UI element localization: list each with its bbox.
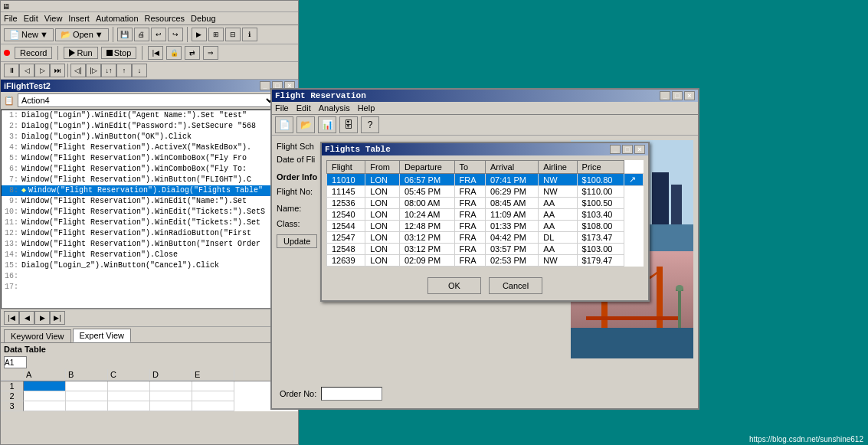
- sub-btn3[interactable]: ▷: [34, 64, 50, 77]
- fr-menu-edit[interactable]: Edit: [296, 103, 311, 113]
- nav-arrow2[interactable]: ⇒: [203, 46, 218, 60]
- ft-close-btn[interactable]: ×: [634, 145, 645, 154]
- nav-lock[interactable]: 🔒: [166, 46, 182, 60]
- dt-cell-d3[interactable]: [150, 401, 192, 411]
- grid-btn[interactable]: ⊞: [208, 28, 224, 41]
- menu-insert[interactable]: Insert: [68, 14, 90, 23]
- dt-cell-b1[interactable]: [66, 381, 108, 391]
- ft-cell-to-7: FRA: [454, 255, 485, 267]
- ft-cancel-btn[interactable]: Cancel: [489, 277, 542, 294]
- run-button[interactable]: Run: [64, 47, 97, 59]
- ft-row-5[interactable]: 12547LON03:12 PMFRA04:42 PMDL$173.47: [327, 232, 644, 244]
- fr-menu-file[interactable]: File: [275, 103, 289, 113]
- sub-btn2[interactable]: ◁: [19, 64, 34, 77]
- dt-cell-d1[interactable]: [150, 381, 192, 391]
- dt-cell-b2[interactable]: [66, 391, 108, 401]
- nav-prev2[interactable]: ◀: [19, 311, 34, 325]
- menu-automation[interactable]: Automation: [96, 14, 139, 23]
- redo-button[interactable]: ↪: [168, 28, 183, 41]
- record-button[interactable]: Record: [15, 47, 52, 59]
- menu-debug[interactable]: Debug: [191, 14, 215, 23]
- fr-order-no-input[interactable]: [321, 387, 382, 401]
- ft-cell-price-0: $100.80: [577, 174, 624, 186]
- dt-cell-a2[interactable]: [24, 391, 66, 401]
- print-button[interactable]: 🖨: [134, 28, 149, 41]
- cell-ref-input[interactable]: [4, 356, 27, 368]
- stop-button[interactable]: Stop: [101, 47, 137, 59]
- ft-cell-from-0: LON: [365, 174, 400, 186]
- ft-cell-to-4: FRA: [454, 221, 485, 232]
- script-line-10: 10: Window("Flight Reservation").WinEdit…: [2, 207, 297, 218]
- dt-cell-e1[interactable]: [192, 381, 234, 391]
- ft-row-2[interactable]: 12536LON08:00 AMFRA08:45 AMAA$100.50: [327, 198, 644, 209]
- fr-menu-help[interactable]: Help: [358, 103, 375, 113]
- sub-btn7[interactable]: ↓↑: [101, 64, 116, 77]
- dt-cell-e2[interactable]: [192, 391, 234, 401]
- toolbar-sep4: [142, 46, 142, 60]
- ft-row-7[interactable]: 12639LON02:09 PMFRA02:53 PMNW$179.47: [327, 255, 644, 267]
- ide-window: 🖥 File Edit View Insert Automation Resou…: [0, 0, 299, 445]
- dt-cell-c3[interactable]: [108, 401, 150, 411]
- dt-cell-a1[interactable]: [24, 381, 66, 391]
- fr-new-btn[interactable]: 📄: [275, 116, 293, 133]
- tab-expert-view[interactable]: Expert View: [73, 329, 132, 342]
- ft-cell-to-2: FRA: [454, 198, 485, 209]
- save-button[interactable]: 💾: [117, 28, 133, 41]
- dt-row-3-header: 3: [1, 401, 24, 411]
- fr-chart-btn[interactable]: 📊: [318, 116, 336, 133]
- sub-btn5[interactable]: ◁|: [70, 64, 86, 77]
- fr-close-btn[interactable]: ×: [684, 91, 695, 100]
- nav-last[interactable]: ▶|: [50, 311, 65, 325]
- minimize-btn[interactable]: _: [260, 81, 270, 90]
- menu-resources[interactable]: Resources: [145, 14, 185, 23]
- dt-cell-b3[interactable]: [66, 401, 108, 411]
- dt-row-2-header: 2: [1, 391, 24, 401]
- nav-prev[interactable]: |◀: [148, 46, 163, 60]
- fr-maximize-btn[interactable]: □: [672, 91, 683, 100]
- menu-file[interactable]: File: [4, 14, 18, 23]
- ft-maximize-btn[interactable]: □: [622, 145, 633, 154]
- ft-cell-arrival-6: 03:57 PM: [485, 244, 538, 255]
- fr-menu-analysis[interactable]: Analysis: [319, 103, 350, 113]
- fr-update-btn[interactable]: Update: [277, 234, 317, 248]
- statusbar: https://blog.csdn.net/sunshine612: [745, 434, 868, 445]
- nav-arrows[interactable]: ⇄: [185, 46, 200, 60]
- nav-first[interactable]: |◀: [4, 311, 19, 325]
- ft-row-4[interactable]: 12544LON12:48 PMFRA01:33 PMAA$108.00: [327, 221, 644, 232]
- menu-view[interactable]: View: [44, 14, 63, 23]
- sub-btn1[interactable]: ⏸: [4, 64, 19, 77]
- ft-cell-arrival-4: 01:33 PM: [485, 221, 538, 232]
- sub-btn4[interactable]: ⏭: [50, 64, 65, 77]
- open-button[interactable]: 📂 Open ▼: [55, 28, 109, 41]
- ft-row-0[interactable]: 11010LON06:57 PMFRA07:41 PMNW$100.80↗: [327, 174, 644, 186]
- ft-row-1[interactable]: 11145LON05:45 PMFRA06:29 PMNW$110.00: [327, 186, 644, 198]
- ft-minimize-btn[interactable]: _: [610, 145, 621, 154]
- dt-cell-d2[interactable]: [150, 391, 192, 401]
- fr-open-btn[interactable]: 📂: [296, 116, 315, 133]
- fr-minimize-btn[interactable]: _: [660, 91, 670, 100]
- tab-keyword-view[interactable]: Keyword View: [4, 329, 71, 342]
- run-icon-btn[interactable]: ▶: [192, 28, 207, 41]
- dt-cell-e3[interactable]: [192, 401, 234, 411]
- dt-cell-c1[interactable]: [108, 381, 150, 391]
- script-line-14: 14: Window("Flight Reservation").Close: [2, 250, 297, 260]
- ft-row-3[interactable]: 12540LON10:24 AMFRA11:09 AMAA$103.40: [327, 209, 644, 221]
- grid2-btn[interactable]: ⊟: [225, 28, 241, 41]
- nav-next[interactable]: ▶: [34, 311, 50, 325]
- ft-row-6[interactable]: 12548LON03:12 PMFRA03:57 PMAA$103.00: [327, 244, 644, 255]
- undo-button[interactable]: ↩: [151, 28, 166, 41]
- fr-db-btn[interactable]: 🗄: [339, 116, 358, 133]
- ft-ok-btn[interactable]: OK: [427, 277, 481, 294]
- new-button[interactable]: 📄 New ▼: [4, 28, 54, 41]
- dt-corner: [1, 369, 24, 381]
- info-btn[interactable]: ℹ: [242, 28, 257, 41]
- sub-btn9[interactable]: ↓: [132, 64, 147, 77]
- sub-btn6[interactable]: |▷: [86, 64, 101, 77]
- sub-btn8[interactable]: ↑: [116, 64, 132, 77]
- fr-help-btn[interactable]: ?: [361, 116, 379, 133]
- dt-cell-c2[interactable]: [108, 391, 150, 401]
- menu-edit[interactable]: Edit: [24, 14, 38, 23]
- dt-cell-a3[interactable]: [24, 401, 66, 411]
- cursor-icon: ↗: [624, 174, 643, 186]
- action-dropdown[interactable]: Action4: [18, 93, 277, 107]
